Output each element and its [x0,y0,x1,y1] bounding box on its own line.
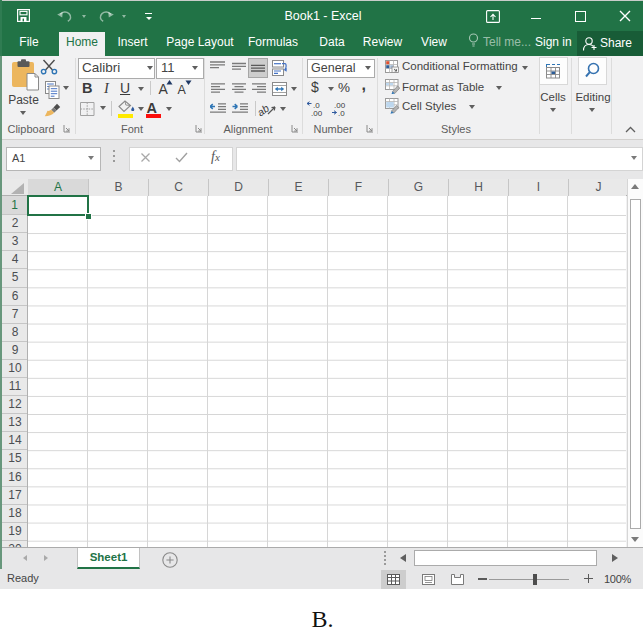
svg-text:.0: .0 [338,109,345,117]
svg-text:ab: ab [258,102,271,117]
svg-text:.00: .00 [311,109,323,117]
